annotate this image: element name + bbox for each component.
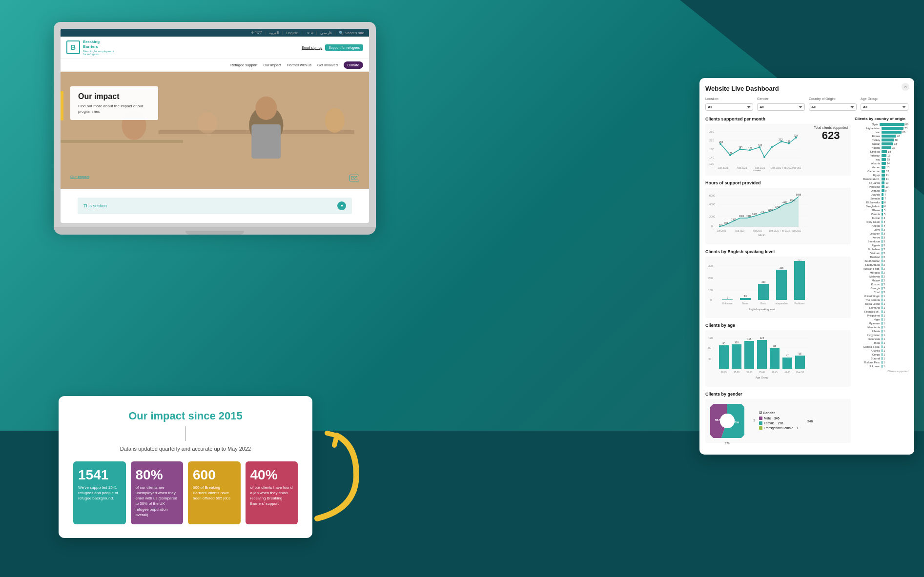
nav-our-impact[interactable]: Our impact: [263, 63, 281, 67]
country-name: Burundi: [855, 357, 882, 360]
country-bar: [882, 213, 883, 216]
country-name: Thailand: [855, 256, 882, 259]
lang-english[interactable]: English: [286, 31, 298, 35]
svg-text:Jun 2021: Jun 2021: [717, 230, 726, 232]
email-signup-link[interactable]: Email sign up: [302, 46, 322, 49]
country-name: Sri Lanka: [855, 181, 882, 184]
english-svg: 300 200 100 0 1: [708, 259, 811, 313]
search-site-link[interactable]: 🔍 Search site: [339, 31, 364, 35]
lang-arabic[interactable]: العربية: [269, 31, 279, 35]
country-bar: [882, 193, 883, 196]
stat-desc-600: 600 of Breaking Barriers' clients have b…: [193, 485, 236, 501]
country-name: Liberia: [855, 330, 882, 333]
country-bar: [882, 135, 896, 138]
country-bar: [882, 150, 887, 153]
svg-rect-2: [61, 140, 183, 143]
nav-partner[interactable]: Partner with us: [287, 63, 311, 67]
country-bar-row: Egypt 11: [855, 174, 908, 177]
country-name: Kosovo: [855, 283, 882, 286]
english-level-section: Clients by English speaking level 300 20…: [705, 249, 851, 318]
country-bar-row: Myanmar 1: [855, 322, 908, 325]
svg-rect-103: [719, 345, 729, 369]
country-bar-row: Ivory Coast 4: [855, 220, 908, 223]
svg-text:Apr 2022: Apr 2022: [792, 230, 801, 232]
filter-age-select[interactable]: All: [861, 103, 908, 111]
country-bar: [882, 318, 883, 321]
country-value: 1: [883, 310, 885, 313]
country-name: Iraq: [855, 158, 882, 161]
svg-text:80: 80: [708, 346, 711, 349]
total-label: Total clients supported: [814, 126, 848, 129]
svg-text:Over 50: Over 50: [796, 371, 804, 374]
language-bar: ትግርኛ | العربية | English | ဗမာ | فارسی |…: [61, 29, 369, 37]
gender-chart: 55.5% 44.3% 276 1 ☑ Gender: [705, 399, 851, 443]
country-bar-row: Ethiopia 18: [855, 150, 908, 153]
stat-number-80: 80%: [136, 468, 179, 482]
country-value: 1: [883, 314, 885, 317]
country-value: 32: [892, 146, 895, 149]
stat-box-40: 40% of our clients have found a job when…: [246, 461, 298, 524]
svg-text:1919: 1919: [746, 215, 752, 218]
english-level-title: Clients by English speaking level: [705, 249, 851, 254]
hero-our-impact-link[interactable]: Our impact: [70, 175, 89, 179]
country-bar: [882, 271, 883, 274]
hero-section: Our impact Find out more about the impac…: [61, 72, 369, 189]
age-section: Clients by age 120 80 40 95: [705, 323, 851, 387]
svg-text:84: 84: [773, 345, 776, 348]
svg-text:100: 100: [709, 162, 715, 165]
country-bar: [882, 236, 883, 239]
country-bar-row: Albania 14: [855, 162, 908, 165]
legend-female: Female 276: [759, 421, 799, 425]
svg-text:100: 100: [735, 341, 739, 344]
country-value: 2: [883, 287, 885, 290]
country-value: 4: [883, 217, 885, 219]
close-button[interactable]: ○: [902, 83, 909, 91]
country-bar-row: India 1: [855, 341, 908, 344]
country-name: Republic of I.: [855, 310, 882, 313]
svg-text:404: 404: [719, 224, 723, 226]
country-bar-row: The Gambia 1: [855, 298, 908, 301]
country-bar-row: United Kingd. 1: [855, 295, 908, 298]
svg-text:260: 260: [709, 130, 715, 133]
country-bar-row: Cameroon 12: [855, 170, 908, 173]
country-bar: [882, 170, 885, 173]
svg-text:Month: Month: [759, 234, 765, 237]
country-name: United Kingd.: [855, 295, 882, 298]
filter-country-select[interactable]: All: [809, 103, 857, 111]
lang-farsi[interactable]: فارسی: [320, 31, 332, 35]
country-bar: [882, 248, 883, 251]
stat-number-600: 600: [193, 468, 236, 482]
svg-text:300: 300: [708, 264, 713, 267]
filter-location-select[interactable]: All: [705, 103, 753, 111]
donate-button[interactable]: Donate: [344, 61, 363, 69]
country-name: Pakistan: [855, 154, 882, 157]
country-name: Nigeria: [855, 146, 882, 149]
section-dropdown[interactable]: This section ▾: [78, 198, 352, 214]
logo-area: B BreakingBarriers Meaningful employment…: [66, 40, 114, 56]
support-button[interactable]: Support for refugees: [325, 44, 363, 51]
lang-burmese[interactable]: ဗမာ: [306, 31, 313, 35]
svg-text:Dec 2021: Dec 2021: [769, 230, 779, 232]
filters-row: Location: All Gender: All Country of Ori…: [705, 97, 908, 111]
svg-text:35-40: 35-40: [759, 371, 765, 374]
country-value: 1: [883, 345, 885, 348]
nav-get-involved[interactable]: Get involved: [317, 63, 338, 67]
lang-tigrinya[interactable]: ትግርኛ: [251, 30, 262, 35]
svg-text:1363: 1363: [731, 219, 737, 221]
country-bar: [882, 158, 886, 161]
nav-refugee-support[interactable]: Refugee support: [230, 63, 257, 67]
country-value: 1: [883, 306, 885, 309]
svg-point-24: [763, 156, 765, 158]
country-bar-row: Lebanon 3: [855, 232, 908, 235]
country-bar: [882, 252, 883, 255]
country-value: 1: [883, 338, 885, 340]
country-bar-row: Republic of I. 1: [855, 310, 908, 313]
country-value: 1: [883, 295, 885, 298]
stat-desc-1541: We've supported 1541 refugees and people…: [78, 485, 121, 501]
svg-point-25: [771, 146, 773, 148]
filter-gender-select[interactable]: All: [757, 103, 805, 111]
country-name: Sudan: [855, 142, 882, 145]
country-name: Ukraine: [855, 189, 882, 192]
country-value: 2: [883, 283, 885, 286]
email-icon[interactable]: [349, 175, 359, 181]
